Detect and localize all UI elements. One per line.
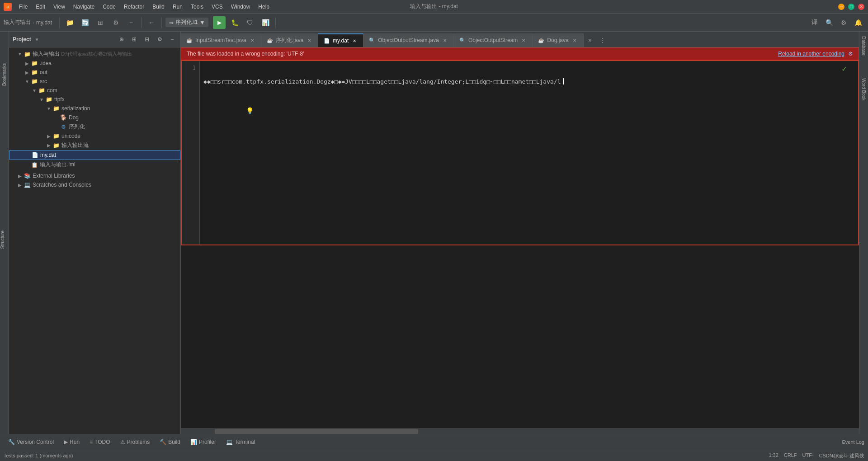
version-control-button[interactable]: 🔧 Version Control (4, 437, 58, 447)
profiler-icon: 📊 (190, 439, 197, 445)
cursor-position[interactable]: 1:32 (769, 452, 778, 459)
run-button[interactable]: ▶ (213, 16, 226, 29)
menu-view[interactable]: View (50, 3, 69, 11)
problems-label: Problems (127, 439, 150, 445)
tree-src[interactable]: ▼ 📁 src (9, 77, 180, 86)
search-button[interactable]: 🔍 (823, 16, 835, 29)
tab-serialize-java[interactable]: ☕ 序列化.java ✕ (261, 33, 318, 47)
toolbar-sep3 (161, 17, 162, 28)
expand-all-button[interactable]: ⊞ (130, 35, 139, 44)
run-config-section[interactable]: ⇒ 序列化.t1 ▼ (165, 18, 208, 27)
line-ending[interactable]: CRLF (784, 452, 797, 459)
scrollbar-thumb[interactable] (215, 429, 418, 434)
tab-close-inputstream[interactable]: ✕ (249, 37, 255, 43)
settings-button[interactable]: ⚙ (109, 16, 122, 29)
maximize-button[interactable]: □ (848, 4, 854, 10)
coverage-button[interactable]: 🛡 (244, 16, 256, 29)
menu-code[interactable]: Code (99, 3, 119, 11)
run-panel-button[interactable]: ▶ Run (59, 437, 84, 447)
tree-root[interactable]: ▼ 📁 输入与输出 D:\代码\java核心卷2\输入与输出 (9, 49, 180, 59)
hide-panel-button[interactable]: − (125, 16, 137, 29)
tab-objectoutputstream-java[interactable]: 🔍 ObjectOutputStream.java ✕ (363, 33, 454, 47)
tree-idea[interactable]: ▶ 📁 .idea (9, 59, 180, 68)
tab-bar: ☕ InputStreamTest.java ✕ ☕ 序列化.java ✕ 📄 … (181, 32, 859, 47)
tree-mydat[interactable]: 📄 my.dat (9, 150, 180, 160)
serial-folder-icon: 📁 (52, 105, 60, 112)
tab-close-oos[interactable]: ✕ (520, 37, 527, 43)
profiler-button[interactable]: 📊 Profiler (186, 437, 221, 447)
tab-options-button[interactable]: ⋮ (596, 33, 609, 47)
reload-link[interactable]: Reload in another encoding (778, 51, 844, 57)
notifications-button[interactable]: 🔔 (852, 16, 864, 29)
build-button[interactable]: 🔨 Build (155, 437, 185, 447)
menu-navigate[interactable]: Navigate (70, 3, 98, 11)
scratches-icon: 💻 (24, 181, 31, 188)
sync-button[interactable]: 🔄 (79, 16, 91, 29)
tab-inputstreamtest[interactable]: ☕ InputStreamTest.java ✕ (181, 33, 261, 47)
warning-bulb-icon[interactable]: 💡 (246, 107, 254, 114)
database-label[interactable]: Database (861, 36, 866, 56)
menu-vcs[interactable]: VCS (208, 3, 226, 11)
tab-close-mydat[interactable]: ✕ (351, 38, 358, 44)
problems-button[interactable]: ⚠ Problems (116, 437, 155, 447)
profile-button[interactable]: 📊 (259, 16, 272, 29)
sidebar-settings-button[interactable]: ⚙ (155, 35, 164, 44)
menu-run[interactable]: Run (169, 3, 186, 11)
menu-file[interactable]: File (15, 3, 31, 11)
collapse-all-button[interactable]: ⊟ (142, 35, 151, 44)
tree-com[interactable]: ▼ 📁 com (9, 86, 180, 95)
tab-close-dog[interactable]: ✕ (571, 37, 578, 43)
toolbar: 输入与输出 › my.dat 📁 🔄 ⊞ ⚙ − ← ⇒ 序列化.t1 ▼ ▶ … (0, 14, 868, 32)
terminal-button[interactable]: 💻 Terminal (222, 437, 259, 447)
run-config-dropdown-icon: ▼ (199, 19, 205, 26)
title-bar-left: J File Edit View Navigate Code Refactor … (4, 3, 273, 11)
horizontal-scrollbar[interactable] (181, 428, 859, 434)
menu-build[interactable]: Build (149, 3, 168, 11)
menu-refactor[interactable]: Refactor (120, 3, 148, 11)
dog-icon: 🐕 (60, 114, 67, 121)
root-arrow: ▼ (16, 52, 24, 56)
tree-iml[interactable]: 📋 输入与输出.iml (9, 160, 180, 169)
menu-edit[interactable]: Edit (32, 3, 49, 11)
bookmarks-label[interactable]: Bookmarks (2, 63, 7, 86)
tree-ext-libs[interactable]: ▶ 📚 External Libraries (9, 171, 180, 180)
structure-label[interactable]: Structure (0, 230, 5, 249)
debug-button[interactable]: 🐛 (228, 16, 241, 29)
tree-serialize-class[interactable]: ⚙ 序列化 (9, 122, 180, 132)
tab-close-serialize[interactable]: ✕ (306, 37, 312, 43)
back-button[interactable]: ← (145, 16, 158, 29)
iostream-folder-icon: 📁 (52, 142, 60, 149)
tab-objectoutputstream[interactable]: 🔍 ObjectOutputStream ✕ (454, 33, 533, 47)
reload-settings-icon[interactable]: ⚙ (848, 51, 853, 57)
sidebar-hide-button[interactable]: − (168, 35, 177, 44)
ttpfx-label: ttpfx (54, 96, 180, 103)
menu-window[interactable]: Window (227, 3, 254, 11)
tab-close-oos-java[interactable]: ✕ (442, 37, 448, 43)
tree-unicode[interactable]: ▶ 📁 unicode (9, 132, 180, 141)
event-log[interactable]: Event Log (842, 439, 864, 445)
tree-ttpfx[interactable]: ▼ 📁 ttpfx (9, 95, 180, 104)
menu-help[interactable]: Help (255, 3, 273, 11)
gear-button[interactable]: ⚙ (837, 16, 850, 29)
tree-serialization[interactable]: ▼ 📁 serialization (9, 104, 180, 113)
wordbook-label[interactable]: Word Book (861, 78, 866, 100)
encoding[interactable]: UTF- (802, 452, 814, 459)
menu-tools[interactable]: Tools (187, 3, 207, 11)
collapse-button[interactable]: ⊞ (94, 16, 107, 29)
editor-cursor (563, 78, 564, 85)
tree-scratches[interactable]: ▶ 💻 Scratches and Consoles (9, 180, 180, 189)
tree-dog[interactable]: 🐕 Dog (9, 113, 180, 122)
add-files-button[interactable]: 📁 (63, 16, 76, 29)
tab-dog-java[interactable]: ☕ Dog.java ✕ (533, 33, 583, 47)
tree-io-stream[interactable]: ▶ 📁 输入输出流 (9, 141, 180, 150)
tab-mydat[interactable]: 📄 my.dat ✕ (318, 33, 363, 47)
translate-button[interactable]: 译 (808, 16, 821, 29)
close-button[interactable]: ✕ (858, 4, 864, 10)
minimize-button[interactable]: ─ (838, 4, 844, 10)
todo-button[interactable]: ≡ TODO (85, 437, 114, 447)
tree-out[interactable]: ▶ 📁 out (9, 68, 180, 77)
tab-more-button[interactable]: » (584, 33, 596, 47)
project-dropdown-icon[interactable]: ▼ (35, 37, 39, 42)
code-area[interactable]: ◆◆□□sr□□com.ttpfx.serialization.Dogz◆□◆=… (200, 61, 858, 245)
locate-button[interactable]: ⊕ (117, 35, 126, 44)
